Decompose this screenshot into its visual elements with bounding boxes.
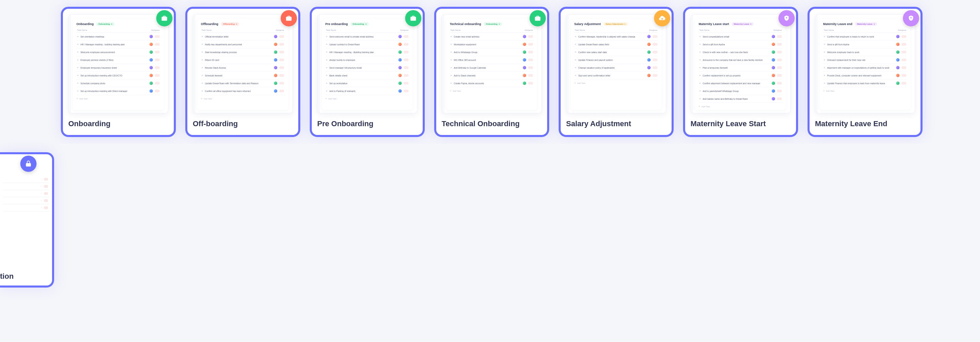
assignee-avatar[interactable] xyxy=(150,58,153,62)
task-row[interactable]: Upload contract to DreamTeam xyxy=(325,41,409,48)
assignee-avatar[interactable] xyxy=(896,50,899,54)
task-row[interactable]: Alignment with manager on expectations o… xyxy=(823,64,907,72)
task-row[interactable]: Confirm new salary start date xyxy=(574,48,658,56)
assignee-avatar[interactable] xyxy=(772,58,775,62)
assignee-avatar[interactable] xyxy=(647,35,651,38)
task-row[interactable]: Provide Desk, computer screen and releva… xyxy=(823,72,907,80)
assignee-avatar[interactable] xyxy=(896,74,899,77)
assignee-avatar[interactable] xyxy=(398,35,402,38)
assignee-avatar[interactable] xyxy=(772,35,775,38)
assignee-avatar[interactable] xyxy=(647,66,651,69)
task-row[interactable]: Update DreamTeam salary field xyxy=(574,41,658,48)
assignee-avatar[interactable] xyxy=(274,74,277,77)
task-row[interactable]: Confirm that employee is ready to return… xyxy=(823,33,907,41)
task-row[interactable]: HR / Manager meeting - Building training… xyxy=(325,48,409,56)
task-row[interactable]: Add to Whatsapp Group xyxy=(450,48,534,56)
task-row[interactable]: Revoke Slack Access xyxy=(201,64,285,72)
task-row[interactable]: Notify key departments and personnel xyxy=(201,41,285,48)
template-card-preonboarding[interactable]: Pre onboardingOnboardingTask NameAssigne… xyxy=(310,7,425,137)
template-card-offboarding[interactable]: OffboardingOffboardingTask NameAssigneeO… xyxy=(185,7,300,137)
assignee-avatar[interactable] xyxy=(398,74,402,77)
task-row[interactable]: Welcome employee announcement xyxy=(76,48,160,56)
task-row[interactable]: Official termination letter xyxy=(201,33,285,41)
assignee-avatar[interactable] xyxy=(150,50,153,54)
assignee-avatar[interactable] xyxy=(772,89,775,93)
task-row[interactable]: Confirm replacement is set up properly xyxy=(698,72,783,80)
assignee-avatar[interactable] xyxy=(523,66,526,69)
task-row[interactable]: Schedule farewell xyxy=(201,72,285,80)
task-row[interactable]: Announce to the company that we have a n… xyxy=(698,56,783,64)
task-row[interactable]: Add Birthday to Google Calendar xyxy=(450,64,534,72)
assignee-avatar[interactable] xyxy=(896,81,899,85)
assignee-avatar[interactable] xyxy=(398,66,402,69)
task-row[interactable]: Set up introduction meeting with Direct … xyxy=(76,87,160,95)
assignee-avatar[interactable] xyxy=(772,66,775,69)
task-row[interactable]: HR / Manager meeting - building training… xyxy=(76,41,160,48)
task-row[interactable]: Plan a temporary farewell xyxy=(698,64,783,72)
assignee-avatar[interactable] xyxy=(523,50,526,54)
assignee-avatar[interactable] xyxy=(274,43,277,46)
assignee-avatar[interactable] xyxy=(274,89,277,93)
task-row[interactable]: Set orientation meetings xyxy=(76,33,160,41)
assignee-avatar[interactable] xyxy=(896,66,899,69)
task-row[interactable]: Welcome employee back to work xyxy=(823,48,907,56)
assignee-avatar[interactable] xyxy=(150,81,153,85)
assignee-avatar[interactable] xyxy=(523,43,526,46)
task-row[interactable]: Workstation equipment xyxy=(450,41,534,48)
category-tag[interactable]: Onboarding xyxy=(351,22,369,26)
assignee-avatar[interactable] xyxy=(274,81,277,85)
add-task-button[interactable]: Add Task xyxy=(574,80,658,84)
task-row[interactable]: Add to parents/welf Whatsapp Group xyxy=(698,87,783,95)
assignee-avatar[interactable] xyxy=(150,43,153,46)
assignee-avatar[interactable] xyxy=(772,81,775,85)
task-row[interactable]: Employee pension sheets (2 files) xyxy=(76,56,160,64)
assignee-avatar[interactable] xyxy=(772,97,775,100)
assignee-avatar[interactable] xyxy=(772,50,775,54)
assignee-avatar[interactable] xyxy=(398,43,402,46)
add-task-button[interactable]: Add Task xyxy=(201,95,285,100)
task-row[interactable]: Schedule company photo xyxy=(76,80,160,87)
task-row[interactable]: Update DreamTeam with Termination date a… xyxy=(201,80,285,87)
assignee-avatar[interactable] xyxy=(274,58,277,62)
assignee-avatar[interactable] xyxy=(398,81,402,85)
task-row[interactable]: Change vacation policy (if applicable) xyxy=(574,64,658,72)
add-task-button[interactable]: Add Task xyxy=(76,95,160,100)
assignee-avatar[interactable] xyxy=(150,35,153,38)
task-row[interactable]: Bank details sheet xyxy=(325,72,409,80)
task-row[interactable]: Update Finance and payroll system xyxy=(574,56,658,64)
assignee-avatar[interactable] xyxy=(274,35,277,38)
task-row[interactable]: Set up introduction meeting with CEO/CTO xyxy=(76,72,160,80)
template-card-matstart[interactable]: Maternity Leave startMaternity LeaveTask… xyxy=(683,7,798,137)
assignee-avatar[interactable] xyxy=(398,58,402,62)
category-tag[interactable]: Onboarding xyxy=(484,22,502,26)
task-row[interactable]: Create new email address xyxy=(450,33,534,41)
task-row[interactable]: Confirm all office equipment has been re… xyxy=(201,87,285,95)
template-card-technical[interactable]: Technical onboardingOnboardingTask NameA… xyxy=(434,7,549,137)
task-row[interactable]: MS Office 365 account xyxy=(450,56,534,64)
template-card-salary[interactable]: Salary AdjustmentSalary AdjustmentTask N… xyxy=(558,7,674,137)
template-card-onboarding[interactable]: OnboardingOnboardingTask NameAssigneeSet… xyxy=(61,7,176,137)
task-row[interactable]: Confirm Manager, leadership is aligned w… xyxy=(574,33,658,41)
category-tag[interactable]: Onboarding xyxy=(96,22,114,26)
task-row[interactable]: Check in with new mother – see how she f… xyxy=(698,48,783,56)
assignee-avatar[interactable] xyxy=(647,74,651,77)
assignee-avatar[interactable] xyxy=(647,58,651,62)
task-row[interactable]: Update Finance that employee is back fro… xyxy=(823,80,907,87)
assignee-avatar[interactable] xyxy=(274,50,277,54)
task-row[interactable]: Create Figma, Adobe accounts xyxy=(450,80,534,87)
task-row[interactable]: Start knowledge sharing process xyxy=(201,48,285,56)
assignee-avatar[interactable] xyxy=(150,89,153,93)
task-row[interactable]: Assign buddy to employee xyxy=(325,56,409,64)
task-row[interactable]: Send welcome email to private email addr… xyxy=(325,33,409,41)
assignee-avatar[interactable] xyxy=(896,35,899,38)
task-row[interactable]: Add to Parking (if relevant) xyxy=(325,87,409,95)
assignee-avatar[interactable] xyxy=(523,74,526,77)
task-row[interactable]: Sign and send confirmation letter xyxy=(574,72,658,80)
task-row[interactable]: Onboard replacement for their new role xyxy=(823,56,907,64)
assignee-avatar[interactable] xyxy=(523,81,526,85)
add-task-button[interactable]: Add Task xyxy=(450,87,534,92)
category-tag[interactable]: Maternity Leave xyxy=(732,22,753,26)
task-row[interactable]: Send manager introductory email xyxy=(325,64,409,72)
task-row[interactable]: Employee temporary insurance sheet xyxy=(76,64,160,72)
assignee-avatar[interactable] xyxy=(274,66,277,69)
